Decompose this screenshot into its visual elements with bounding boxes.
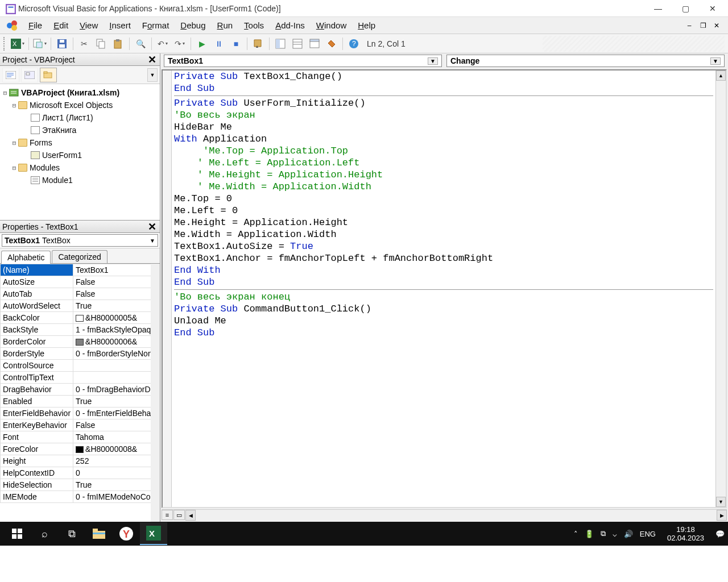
properties-scrollbar[interactable] xyxy=(151,264,160,522)
excel-taskbar-icon[interactable]: X xyxy=(140,522,167,545)
property-row[interactable]: IMEMode0 - fmIMEModeNoControl xyxy=(1,491,151,503)
mdi-minimize-button[interactable]: – xyxy=(684,20,695,31)
toggle-folders-button[interactable] xyxy=(40,68,57,82)
menu-debug[interactable]: Debug xyxy=(175,18,211,32)
code-object-dropdown[interactable]: TextBox1▼ xyxy=(164,55,442,67)
menu-window[interactable]: Window xyxy=(311,18,352,32)
redo-button[interactable]: ↷ xyxy=(172,36,188,52)
properties-panel-close-button[interactable]: ✕ xyxy=(146,221,158,233)
paste-button[interactable] xyxy=(110,36,126,52)
properties-object-selector[interactable]: TextBox1 TextBox ▼ xyxy=(2,234,158,247)
property-row[interactable]: EnabledTrue xyxy=(1,396,151,408)
property-row[interactable]: AutoSizeFalse xyxy=(1,276,151,288)
property-row[interactable]: BackColor&H80000005& xyxy=(1,312,151,324)
code-editor[interactable]: Private Sub TextBox1_Change()End SubPriv… xyxy=(172,70,715,507)
project-panel-close-button[interactable]: ✕ xyxy=(146,53,158,66)
property-row[interactable]: DragBehavior0 - fmDragBehaviorDisabled xyxy=(1,384,151,396)
window-minimize-button[interactable]: — xyxy=(645,1,671,16)
project-explorer-button[interactable] xyxy=(272,36,288,52)
menu-help[interactable]: Help xyxy=(352,18,381,32)
property-row[interactable]: EnterFieldBehavior0 - fmEnterFieldBehavi… xyxy=(1,408,151,419)
volume-icon[interactable]: 🔊 xyxy=(624,530,633,538)
property-row[interactable]: FontTahoma xyxy=(1,431,151,443)
menu-addins[interactable]: Add-Ins xyxy=(270,18,311,32)
procedure-view-button[interactable]: ≡ xyxy=(162,510,173,520)
property-row[interactable]: HelpContextID0 xyxy=(1,467,151,479)
node-modules[interactable]: Modules xyxy=(30,163,60,172)
node-thisworkbook[interactable]: ЭтаКнига xyxy=(42,126,76,135)
view-code-button[interactable] xyxy=(2,68,19,82)
tray-chevron-icon[interactable]: ˄ xyxy=(574,530,578,538)
toolbox-button[interactable] xyxy=(324,36,340,52)
reset-button[interactable]: ■ xyxy=(228,36,244,52)
properties-grid[interactable]: (Name)TextBox1AutoSizeFalseAutoTabFalseA… xyxy=(0,264,151,522)
project-tree[interactable]: ⊟VBAProject (Книга1.xlsm) ⊟Microsoft Exc… xyxy=(0,84,160,220)
insert-button[interactable] xyxy=(32,36,48,52)
mdi-close-button[interactable]: ✕ xyxy=(711,20,722,31)
notifications-icon[interactable]: 💬 xyxy=(715,530,725,538)
taskbar-clock[interactable]: 19:18 02.04.2023 xyxy=(663,525,709,542)
property-row[interactable]: ForeColor&H80000008& xyxy=(1,443,151,455)
object-browser-button[interactable] xyxy=(307,36,322,52)
code-vertical-scrollbar[interactable]: ▲ ▼ xyxy=(715,70,726,507)
node-sheet1[interactable]: Лист1 (Лист1) xyxy=(42,113,93,122)
property-row[interactable]: Height252 xyxy=(1,455,151,467)
menu-view[interactable]: View xyxy=(74,18,104,32)
properties-tab-alphabetic[interactable]: Alphabetic xyxy=(1,251,51,264)
search-button[interactable]: ⌕ xyxy=(31,522,58,545)
node-excel-objects[interactable]: Microsoft Excel Objects xyxy=(30,101,113,110)
code-procedure-dropdown[interactable]: Change▼ xyxy=(446,55,725,67)
property-row[interactable]: HideSelectionTrue xyxy=(1,479,151,491)
menu-insert[interactable]: Insert xyxy=(104,18,136,32)
property-row[interactable]: EnterKeyBehaviorFalse xyxy=(1,419,151,431)
help-button[interactable]: ? xyxy=(346,36,362,52)
svg-rect-1 xyxy=(7,5,15,13)
property-row[interactable]: ControlTipText xyxy=(1,372,151,384)
window-maximize-button[interactable]: ▢ xyxy=(672,1,698,16)
copy-button[interactable] xyxy=(93,36,109,52)
toolbar-grip[interactable] xyxy=(3,37,7,51)
properties-window-button[interactable] xyxy=(289,36,305,52)
battery-icon[interactable]: 🔋 xyxy=(585,530,594,538)
svg-rect-36 xyxy=(9,89,18,96)
properties-tab-categorized[interactable]: Categorized xyxy=(52,250,107,263)
menu-format[interactable]: Format xyxy=(136,18,175,32)
node-userform1[interactable]: UserForm1 xyxy=(42,151,82,160)
wifi-icon[interactable]: ⌵ xyxy=(613,530,617,538)
node-forms[interactable]: Forms xyxy=(30,138,52,147)
node-module1[interactable]: Module1 xyxy=(42,176,73,185)
yandex-browser-taskbar-icon[interactable]: Y xyxy=(113,522,140,545)
property-row[interactable]: BorderColor&H80000006& xyxy=(1,336,151,348)
property-row[interactable]: BackStyle1 - fmBackStyleOpaque xyxy=(1,324,151,336)
full-module-view-button[interactable]: ▭ xyxy=(173,510,185,520)
save-button[interactable] xyxy=(54,36,70,52)
design-mode-button[interactable] xyxy=(250,36,266,52)
menu-tools[interactable]: Tools xyxy=(238,18,270,32)
project-scroll-down[interactable]: ▼ xyxy=(147,68,158,82)
file-explorer-taskbar-icon[interactable] xyxy=(85,522,113,545)
code-horizontal-scrollbar[interactable]: ◀▶ xyxy=(185,510,727,521)
workbook-icon xyxy=(31,126,40,134)
run-button[interactable]: ▶ xyxy=(194,36,210,52)
menu-file[interactable]: File xyxy=(23,18,48,32)
menu-edit[interactable]: Edit xyxy=(48,18,74,32)
task-view-button[interactable]: ⧉ xyxy=(58,522,85,545)
property-row[interactable]: (Name)TextBox1 xyxy=(1,264,151,276)
view-object-button[interactable] xyxy=(21,68,38,82)
start-button[interactable] xyxy=(3,522,31,545)
cut-button[interactable]: ✂ xyxy=(76,36,92,52)
find-button[interactable]: 🔍 xyxy=(133,36,148,52)
language-indicator[interactable]: ENG xyxy=(640,530,656,538)
view-excel-button[interactable]: X xyxy=(10,36,26,52)
menu-run[interactable]: Run xyxy=(212,18,239,32)
window-close-button[interactable]: ✕ xyxy=(700,1,726,16)
property-row[interactable]: AutoTabFalse xyxy=(1,288,151,300)
break-button[interactable]: ⏸ xyxy=(211,36,227,52)
property-row[interactable]: ControlSource xyxy=(1,360,151,372)
property-row[interactable]: BorderStyle0 - fmBorderStyleNone xyxy=(1,348,151,360)
undo-button[interactable]: ↶ xyxy=(155,36,171,52)
property-row[interactable]: AutoWordSelectTrue xyxy=(1,300,151,312)
mdi-restore-button[interactable]: ❐ xyxy=(697,20,709,31)
network-icon[interactable]: ⧉ xyxy=(601,529,606,538)
project-root[interactable]: VBAProject (Книга1.xlsm) xyxy=(21,88,119,97)
